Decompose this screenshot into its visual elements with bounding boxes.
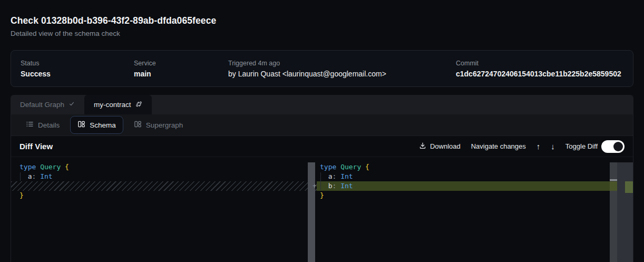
diff-pane-original[interactable]: type Query { a: Int} <box>11 157 317 262</box>
navigate-changes-label: Navigate changes <box>471 142 526 150</box>
panels-icon <box>77 120 85 130</box>
code-line: a: Int <box>317 172 633 181</box>
triggered-value: by Laurin Quast <laurinquast@googlemail.… <box>228 70 456 78</box>
diff-toolbar: Diff View Download Navigate changes ↑ ↓ … <box>11 136 633 157</box>
status-field: Status Success <box>21 60 134 78</box>
download-label: Download <box>430 142 461 150</box>
hatch-filler-line <box>11 181 317 191</box>
diff-view-title: Diff View <box>19 142 53 151</box>
tab-default-graph-label: Default Graph <box>20 101 64 109</box>
check-detail-panel: Details Schema Supergraph Diff View <box>11 114 633 262</box>
list-icon <box>26 120 34 130</box>
check-summary-card: Status Success Service main Triggered 4m… <box>11 50 633 87</box>
service-value: main <box>134 70 228 78</box>
page-subtitle: Detailed view of the schema check <box>11 29 633 38</box>
code-line: type Query { <box>317 162 633 172</box>
toggle-diff-label: Toggle Diff <box>565 142 598 150</box>
tab-my-contract-label: my-contract <box>94 101 131 109</box>
switch-knob <box>613 142 623 151</box>
indent-guide <box>20 172 21 181</box>
triggered-field: Triggered 4m ago by Laurin Quast <laurin… <box>228 60 456 78</box>
download-button[interactable]: Download <box>419 142 461 151</box>
page: Check 01328b0d-b396-43f2-89ab-dfda065fee… <box>0 0 644 262</box>
code-line: } <box>11 191 317 200</box>
code-line: type Query { <box>11 162 317 172</box>
scrollbar-thumb[interactable] <box>610 162 617 262</box>
added-code-line: b: Int <box>317 181 610 191</box>
diff-pane-modified[interactable]: type Query { a: Int b: Int} <box>317 157 633 262</box>
next-change-button[interactable]: ↓ <box>551 142 555 151</box>
tab-my-contract[interactable]: my-contract <box>84 95 152 114</box>
commit-value: c1dc62724702406154013cbe11b225b2e5859502 <box>456 70 623 78</box>
added-change-overview-marker <box>625 181 633 193</box>
added-line-marker: + <box>313 181 319 191</box>
original-code: type Query { a: Int} <box>11 162 317 200</box>
tab-details-label: Details <box>38 121 60 129</box>
diff-controls: Download Navigate changes ↑ ↓ Toggle Dif… <box>419 140 625 153</box>
commit-label: Commit <box>456 60 623 67</box>
tab-schema[interactable]: Schema <box>70 116 123 134</box>
tab-supergraph-label: Supergraph <box>146 121 183 129</box>
diff-editor: type Query { a: Int} + type Query { a: I… <box>11 157 633 262</box>
indent-guide <box>320 172 321 190</box>
modified-scrollbar[interactable] <box>610 162 633 262</box>
commit-field: Commit c1dc62724702406154013cbe11b225b2e… <box>456 60 623 78</box>
git-compare-icon <box>135 101 142 109</box>
toggle-diff-switch[interactable] <box>601 140 625 153</box>
previous-change-button[interactable]: ↑ <box>536 142 541 151</box>
modified-code: type Query { a: Int b: Int} <box>317 162 633 200</box>
graph-tab-bar: Default Graph my-contract <box>11 95 633 114</box>
added-line-thumb-tint <box>610 181 617 191</box>
original-scrollbar[interactable] <box>308 162 315 262</box>
service-field: Service main <box>134 60 228 78</box>
navigate-changes-button[interactable]: Navigate changes <box>471 142 526 150</box>
tab-default-graph[interactable]: Default Graph <box>11 95 84 114</box>
page-title: Check 01328b0d-b396-43f2-89ab-dfda065fee… <box>11 15 633 26</box>
tab-details[interactable]: Details <box>18 116 67 134</box>
tab-supergraph[interactable]: Supergraph <box>126 116 191 134</box>
check-icon <box>69 101 75 109</box>
status-value: Success <box>21 70 134 78</box>
status-label: Status <box>21 60 134 67</box>
triggered-label: Triggered 4m ago <box>228 60 456 67</box>
toggle-diff-control: Toggle Diff <box>565 140 625 153</box>
panels-icon <box>134 120 142 130</box>
download-icon <box>419 142 426 151</box>
code-line: } <box>317 191 633 200</box>
overview-cursor-tick <box>610 179 617 181</box>
tab-schema-label: Schema <box>90 121 116 129</box>
code-line: a: Int <box>11 172 317 181</box>
view-tab-bar: Details Schema Supergraph <box>11 114 633 136</box>
service-label: Service <box>134 60 228 67</box>
